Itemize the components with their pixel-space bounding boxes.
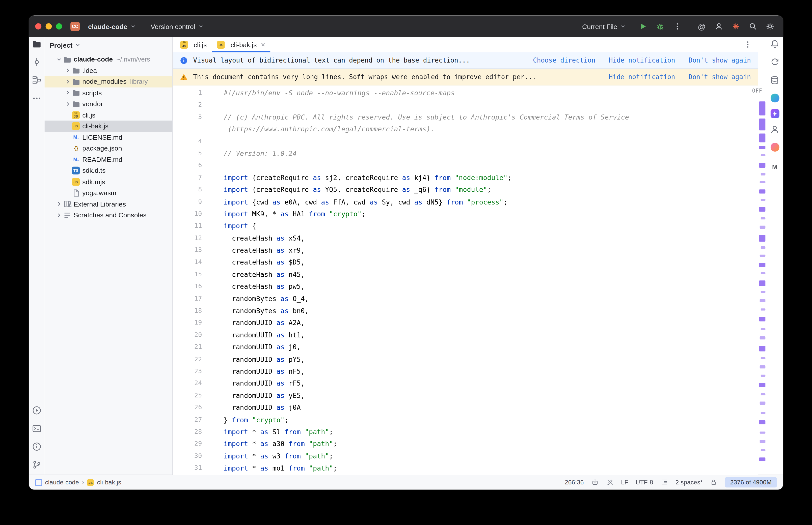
notification-link-don-t-show-again[interactable]: Don't show again — [689, 57, 751, 64]
more-tool-windows-icon[interactable] — [32, 93, 41, 105]
app-icon: CC — [70, 22, 80, 31]
code-editor[interactable]: 1#!/usr/bin/env -S node --no-warnings --… — [173, 86, 758, 475]
plugin-tool-window-icon[interactable] — [770, 143, 779, 152]
breadcrumb-project[interactable]: claude-code — [45, 479, 79, 486]
project-panel-header[interactable]: Project — [44, 37, 172, 53]
project-menu[interactable]: claude-code — [83, 20, 141, 32]
notification-link-hide-notification[interactable]: Hide notification — [609, 57, 675, 64]
tree-item-sdk-d-ts[interactable]: TSsdk.d.ts — [44, 165, 172, 176]
indent-widget[interactable]: 2 spaces* — [676, 479, 703, 486]
tree-item-yoga-wasm[interactable]: yoga.wasm — [44, 188, 172, 198]
warning-notification-banner: This document contains very long lines. … — [173, 69, 758, 86]
notification-link-don-t-show-again[interactable]: Don't show again — [689, 73, 751, 81]
tree-item-node-modules[interactable]: node_moduleslibrary — [44, 76, 172, 87]
ai-assistant-icon[interactable] — [770, 109, 779, 118]
close-window-button[interactable] — [35, 23, 42, 30]
lock-icon[interactable] — [710, 478, 718, 486]
readonly-toggle-icon[interactable] — [606, 478, 614, 486]
javascript-shebang-file-icon: 10JS — [72, 111, 82, 119]
chevron-right-icon[interactable] — [54, 201, 63, 207]
stripe-mark — [759, 317, 766, 321]
code-line: 29import * as a30 from "path"; — [173, 438, 758, 450]
error-stripe[interactable] — [758, 37, 767, 475]
terminal-tool-window-icon[interactable] — [32, 424, 41, 435]
profile-tool-window-icon[interactable] — [770, 125, 780, 136]
tree-item-label: README.md — [82, 155, 122, 163]
stripe-mark — [761, 328, 765, 330]
close-tab-icon[interactable]: × — [261, 41, 265, 48]
ai-burst-icon[interactable] — [731, 22, 741, 31]
chevron-right-icon[interactable] — [63, 90, 72, 96]
commit-tool-window-icon[interactable] — [32, 58, 41, 69]
run-button[interactable] — [638, 22, 648, 31]
indent-guide-icon[interactable] — [660, 478, 668, 486]
encoding-widget[interactable]: UTF-8 — [636, 479, 653, 486]
settings-icon[interactable] — [765, 22, 774, 31]
cursor-position-widget[interactable]: 266:36 — [565, 479, 584, 486]
tree-item-external-libraries[interactable]: External Libraries — [44, 198, 172, 210]
search-everywhere-icon[interactable] — [749, 22, 758, 31]
run-tool-window-icon[interactable] — [32, 406, 41, 417]
git-tool-window-icon[interactable] — [32, 460, 41, 471]
zoom-window-button[interactable] — [56, 23, 62, 30]
chevron-down-icon[interactable] — [54, 56, 63, 62]
tree-item-scratches-and-consoles[interactable]: Scratches and Consoles — [44, 210, 172, 221]
structure-tool-window-icon[interactable] — [32, 76, 41, 87]
editor-tab-cli-bak-js[interactable]: JScli-bak.js× — [212, 37, 270, 52]
chevron-right-icon[interactable] — [63, 78, 72, 85]
vcs-menu[interactable]: Version control — [146, 20, 208, 32]
breadcrumb-file[interactable]: cli-bak.js — [97, 479, 121, 486]
tree-item-package-json[interactable]: {}package.json — [44, 143, 172, 154]
tree-item-readme-md[interactable]: M↓README.md — [44, 154, 172, 165]
folder-icon — [72, 66, 82, 75]
code-line: 28import * as Sl from "path"; — [173, 426, 758, 438]
line-separator-widget[interactable]: LF — [621, 479, 628, 486]
code-line: 20 randomUUID as ht1, — [173, 329, 758, 341]
run-configuration-selector[interactable]: Current File — [577, 20, 631, 32]
mentions-icon[interactable]: @ — [697, 22, 706, 31]
notification-link-hide-notification[interactable]: Hide notification — [609, 73, 675, 81]
stripe-mark — [761, 272, 765, 274]
line-number: 13 — [173, 244, 202, 256]
tree-item-suffix: library — [130, 78, 148, 85]
line-number: 15 — [173, 269, 202, 281]
chevron-right-icon[interactable] — [63, 101, 72, 107]
tree-item-claude-code[interactable]: claude-code~/.nvm/vers — [44, 54, 172, 65]
code-with-me-icon[interactable] — [714, 22, 723, 31]
tree-item-cli-bak-js[interactable]: JScli-bak.js — [44, 121, 172, 132]
stripe-mark — [761, 217, 765, 220]
assistant-status-icon[interactable] — [591, 478, 599, 486]
minimize-window-button[interactable] — [46, 23, 52, 30]
tree-item-scripts[interactable]: scripts — [44, 87, 172, 98]
problems-tool-window-icon[interactable] — [32, 442, 41, 453]
notifications-bell-icon[interactable] — [770, 39, 780, 51]
tree-item-sdk-mjs[interactable]: JSsdk.mjs — [44, 176, 172, 188]
stripe-mark — [761, 393, 765, 395]
tree-item-license-md[interactable]: M↓LICENSE.md — [44, 132, 172, 143]
info-icon — [180, 56, 188, 64]
breadcrumb-separator: › — [82, 479, 84, 486]
debug-button[interactable] — [655, 22, 665, 31]
highlighting-level-widget[interactable]: OFF — [752, 88, 762, 94]
sync-icon[interactable] — [770, 58, 780, 69]
warning-icon — [180, 73, 188, 81]
database-tool-window-icon[interactable] — [770, 76, 780, 87]
editor-tab-cli-js[interactable]: 10JScli.js — [175, 37, 212, 52]
line-number: 10 — [173, 208, 202, 220]
gradle-tool-window-icon[interactable] — [770, 93, 779, 102]
tree-item--idea[interactable]: .idea — [44, 65, 172, 76]
javascript-file-icon: JS — [87, 479, 94, 486]
tab-options-icon[interactable] — [743, 37, 758, 52]
memory-indicator[interactable]: 2376 of 4900M — [725, 477, 777, 487]
tree-item-vendor[interactable]: vendor — [44, 98, 172, 109]
notification-link-choose-direction[interactable]: Choose direction — [533, 57, 595, 64]
chevron-right-icon[interactable] — [63, 67, 72, 74]
status-widgets: 266:36 LF UTF-8 2 spaces* 2376 of 4900M — [565, 477, 777, 487]
line-number: 21 — [173, 341, 202, 353]
maven-tool-window-icon[interactable]: M — [772, 164, 778, 171]
chevron-right-icon[interactable] — [54, 212, 63, 219]
line-number: 30 — [173, 450, 202, 462]
tree-item-cli-js[interactable]: 10JScli.js — [44, 109, 172, 121]
more-actions-button[interactable] — [673, 22, 682, 31]
project-tool-window-icon[interactable] — [32, 39, 41, 51]
